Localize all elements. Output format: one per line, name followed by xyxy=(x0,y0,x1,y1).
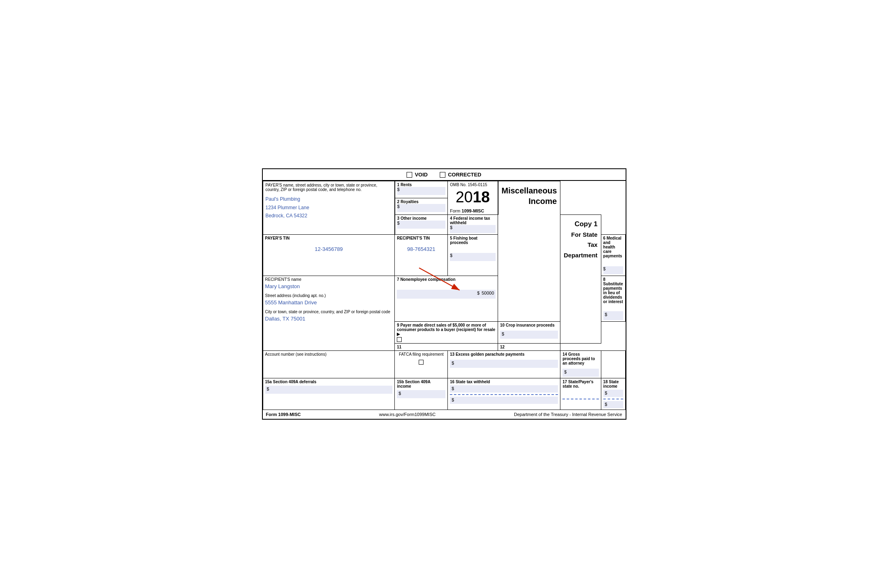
footer-dept: Department of the Treasury - Internal Re… xyxy=(514,412,622,417)
state-no-label: 17 State/Payer's state no. xyxy=(562,380,598,388)
header-row: VOID CORRECTED xyxy=(263,169,626,181)
substitute-label: 8 Substitute payments in lieu of dividen… xyxy=(603,277,623,304)
state-income-value-1[interactable]: $ xyxy=(603,390,623,397)
year-prefix: 20 xyxy=(456,189,473,206)
15a-label: 15a Section 409A deferrals xyxy=(265,380,393,384)
street-label: Street address (including apt. no.) xyxy=(265,293,393,298)
other-income-cell: 3 Other income $ xyxy=(395,215,448,235)
form-title-main: Miscellaneous Income xyxy=(502,185,557,206)
payer-cell: PAYER'S name, street address, city or to… xyxy=(263,181,395,235)
footer: Form 1099-MISC www.irs.gov/Form1099MISC … xyxy=(263,410,626,419)
fishing-value[interactable]: $ xyxy=(450,253,496,261)
year-suffix: 18 xyxy=(473,189,490,206)
15a-cell: 15a Section 409A deferrals $ xyxy=(263,378,395,410)
payer-tin-value: 12-3456789 xyxy=(265,246,393,255)
city-label: City or town, state or province, country… xyxy=(265,310,393,314)
state-no-value-2[interactable] xyxy=(562,401,598,408)
federal-cell: 4 Federal income tax withheld $ xyxy=(448,215,498,235)
recipient-tin-label: RECIPIENT'S TIN xyxy=(397,236,445,240)
fatca-checkbox[interactable] xyxy=(419,360,424,365)
copy-label: Copy 1 For State Tax Department xyxy=(564,219,597,260)
account-cell: Account number (see instructions) xyxy=(263,350,395,378)
state-income-value-2[interactable]: $ xyxy=(603,401,623,408)
city-value: Dallas, TX 75001 xyxy=(265,316,393,322)
corrected-checkbox[interactable] xyxy=(440,172,445,178)
rents-cell: 1 Rents $ xyxy=(395,181,448,198)
rents-label: 1 Rents xyxy=(397,183,445,187)
gross-cell: 14 Gross proceeds paid to an attorney $ xyxy=(560,350,601,378)
15b-cell: 15b Section 409A income $ xyxy=(395,378,448,410)
crop-label: 10 Crop insurance proceeds xyxy=(500,323,558,327)
excess-label: 13 Excess golden parachute payments xyxy=(450,352,558,357)
substitute-cell: 8 Substitute payments in lieu of dividen… xyxy=(601,276,625,322)
nonemployee-amount: 50000 xyxy=(481,291,494,295)
direct-sales-checkbox[interactable] xyxy=(397,337,402,342)
copy-cell: Copy 1 For State Tax Department xyxy=(560,215,601,343)
medical-value[interactable]: $ xyxy=(603,266,623,274)
omb-cell: OMB No. 1545-0115 2018 Form 1099-MISC xyxy=(448,181,498,215)
recipient-tin-cell: RECIPIENT'S TIN 98-7654321 xyxy=(395,235,448,276)
state-income-label: 18 State income xyxy=(603,380,623,388)
recipient-name-value: Mary Langston xyxy=(265,283,393,289)
royalties-cell: 2 Royalties $ xyxy=(395,198,448,215)
void-label: VOID xyxy=(415,172,428,178)
direct-sales-label: 9 Payer made direct sales of $5,000 or m… xyxy=(397,323,496,336)
payer-label: PAYER'S name, street address, city or to… xyxy=(266,183,392,192)
form-1099-misc: VOID CORRECTED PAYER'S name, street addr… xyxy=(262,168,626,419)
payer-tin-cell: PAYER'S TIN 12-3456789 xyxy=(263,235,395,276)
state-tax-cell: 16 State tax withheld $ $ xyxy=(448,378,560,410)
federal-label: 4 Federal income tax withheld xyxy=(450,216,496,225)
omb-label: OMB No. 1545-0115 xyxy=(450,183,495,187)
state-income-cell: 18 State income $ $ xyxy=(601,378,625,410)
recipient-cell: RECIPIENT'S name Mary Langston Street ad… xyxy=(263,276,395,350)
excess-value[interactable]: $ xyxy=(450,360,558,368)
excess-cell: 13 Excess golden parachute payments $ xyxy=(448,350,560,378)
payer-address: 1234 Plummer Lane xyxy=(266,204,392,212)
title-cell: Miscellaneous Income xyxy=(498,181,560,322)
state-tax-value-1[interactable]: $ xyxy=(450,385,558,393)
recipient-tin-value: 98-7654321 xyxy=(397,246,445,255)
payer-tin-label: PAYER'S TIN xyxy=(265,236,393,240)
corrected-checkbox-item[interactable]: CORRECTED xyxy=(440,172,481,178)
15b-value[interactable]: $ xyxy=(397,390,445,398)
blank-right-cell xyxy=(601,350,625,378)
account-label: Account number (see instructions) xyxy=(265,352,393,357)
gross-value[interactable]: $ xyxy=(562,369,598,377)
royalties-label: 2 Royalties xyxy=(397,200,445,204)
other-income-value[interactable]: $ xyxy=(397,221,445,229)
box12-cell: 12 xyxy=(498,343,560,350)
corrected-label: CORRECTED xyxy=(448,172,481,178)
fishing-label: 5 Fishing boat proceeds xyxy=(450,236,496,245)
state-no-value-1[interactable] xyxy=(562,390,598,397)
account-value[interactable] xyxy=(265,357,393,369)
street-value: 5555 Manhattan Drive xyxy=(265,299,393,306)
rents-value[interactable]: $ xyxy=(397,187,445,195)
medical-label: 6 Medical and health care payments xyxy=(603,236,623,258)
nonemployee-cell: 7 Nonemployee compensation $ 50000 xyxy=(395,276,498,322)
footer-form-label: Form 1099-MISC xyxy=(266,412,301,417)
substitute-value[interactable]: $ xyxy=(603,311,623,320)
fatca-label: FATCA filing requirement xyxy=(397,352,445,357)
box12-label: 12 xyxy=(500,345,558,349)
state-tax-label: 16 State tax withheld xyxy=(450,380,558,384)
direct-sales-cell: 9 Payer made direct sales of $5,000 or m… xyxy=(395,322,498,343)
state-no-cell: 17 State/Payer's state no. xyxy=(560,378,601,410)
recipient-name-label: RECIPIENT'S name xyxy=(265,277,393,282)
payer-city-state: Bedrock, CA 54322 xyxy=(266,212,392,220)
fatca-cell: FATCA filing requirement xyxy=(395,350,448,378)
box11-cell: 11 xyxy=(395,343,498,350)
void-checkbox-item[interactable]: VOID xyxy=(407,172,428,178)
state-tax-value-2[interactable]: $ xyxy=(450,397,558,404)
form-misc-cell: Form 1099-MISC xyxy=(450,208,495,213)
year-display: 2018 xyxy=(450,189,495,206)
nonemployee-value[interactable]: $ 50000 xyxy=(397,290,496,299)
crop-value[interactable]: $ xyxy=(500,331,558,339)
royalties-value[interactable]: $ xyxy=(397,204,445,212)
footer-website: www.irs.gov/Form1099MISC xyxy=(379,412,435,417)
other-income-label: 3 Other income xyxy=(397,216,445,221)
nonemployee-label: 7 Nonemployee compensation xyxy=(397,277,496,282)
15a-value[interactable]: $ xyxy=(265,386,393,394)
federal-value[interactable]: $ xyxy=(450,225,496,233)
void-checkbox[interactable] xyxy=(407,172,412,178)
fishing-cell: 5 Fishing boat proceeds $ xyxy=(448,235,498,276)
